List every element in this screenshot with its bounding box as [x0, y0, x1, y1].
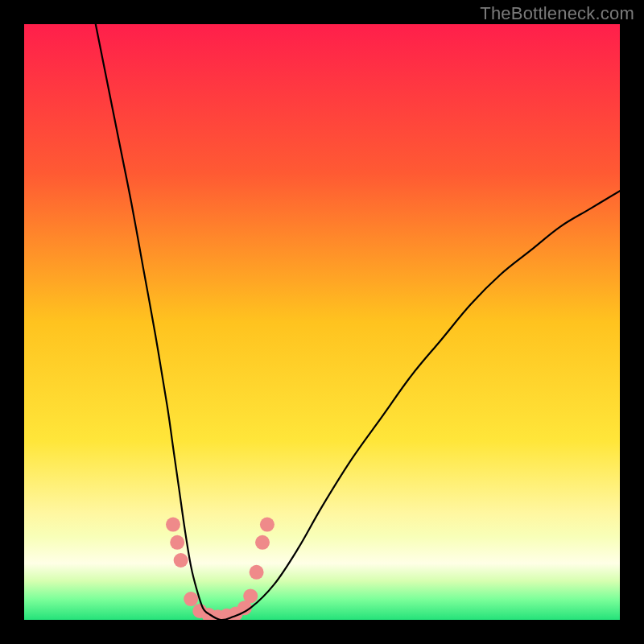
watermark-text: TheBottleneck.com — [480, 3, 634, 24]
highlight-dot — [174, 553, 188, 568]
highlight-dot — [255, 535, 270, 550]
highlight-dot — [184, 592, 198, 606]
markers-group — [166, 518, 275, 620]
highlight-dot — [170, 535, 184, 550]
chart-frame: TheBottleneck.com — [0, 0, 644, 644]
plot-area — [24, 24, 620, 620]
highlight-dot — [166, 518, 180, 532]
curve-layer — [24, 24, 620, 620]
highlight-dot — [250, 565, 264, 580]
highlight-dot — [243, 588, 258, 603]
highlight-dot — [260, 518, 275, 532]
